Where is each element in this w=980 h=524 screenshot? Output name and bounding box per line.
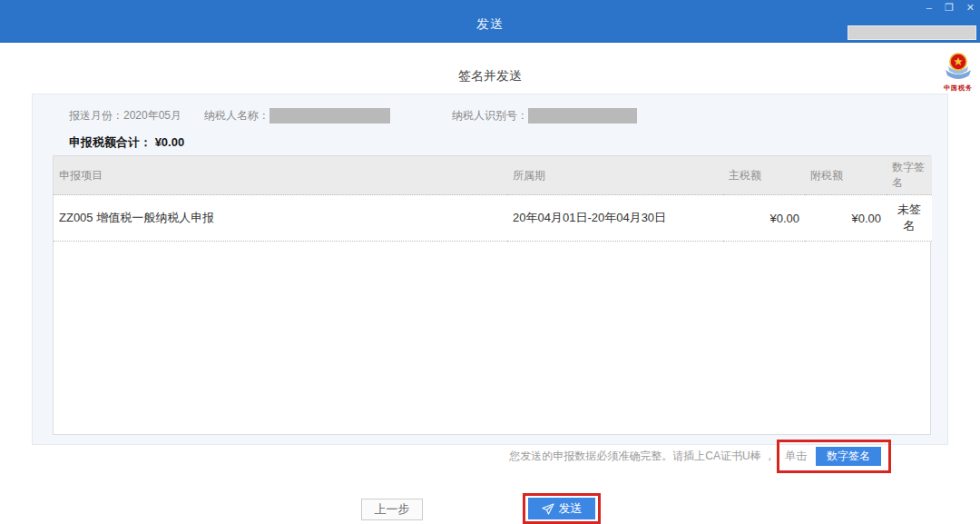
col-header-main-tax: 主税额	[723, 156, 805, 195]
report-month-label: 报送月份：2020年05月	[69, 108, 181, 124]
col-header-period: 所属期	[507, 156, 723, 195]
titlebar: – ❐ ✕ 发送	[0, 0, 980, 43]
subheader: 签名并发送 中国税务	[0, 43, 980, 94]
table-row[interactable]: ZZ005 增值税一般纳税人申报 20年04月01日-20年04月30日 ¥0.…	[54, 195, 932, 242]
summary-info-row: 报送月份：2020年05月 纳税人名称： 纳税人识别号：	[69, 107, 637, 124]
taxpayer-name-label: 纳税人名称：	[204, 108, 270, 124]
restore-icon[interactable]: ❐	[945, 1, 954, 14]
send-highlight-box: 发送	[523, 493, 601, 524]
tax-logo-text: 中国税务	[938, 84, 978, 91]
send-window: – ❐ ✕ 发送 签名并发送 中国税务 报送月份：2020年05月 纳税人名称：…	[0, 0, 980, 524]
col-header-signature: 数字签名	[887, 156, 932, 195]
window-title: 发送	[0, 16, 980, 33]
sign-hint-click-text: 单击	[785, 449, 807, 464]
tax-bureau-logo: 中国税务	[938, 52, 978, 97]
window-controls: – ❐ ✕	[926, 1, 975, 14]
tax-emblem-icon	[942, 52, 975, 84]
taxpayer-id-label: 纳税人识别号：	[452, 108, 528, 124]
cell-main-tax: ¥0.00	[723, 195, 805, 242]
declaration-card: 报送月份：2020年05月 纳税人名称： 纳税人识别号： 申报税额合计： ¥0.…	[32, 94, 948, 445]
close-icon[interactable]: ✕	[966, 1, 975, 14]
cell-surtax: ¥0.00	[805, 195, 887, 242]
taxpayer-id-value-redacted	[528, 108, 637, 124]
send-button-label: 发送	[559, 500, 583, 517]
sign-hint-row: 您发送的申报数据必须准确完整。请插上CA证书U棒 ， 单击 数字签名	[0, 440, 891, 473]
table-header-row: 申报项目 所属期 主税额 附税额 数字签名	[54, 156, 932, 195]
minimize-icon[interactable]: –	[926, 1, 932, 14]
page-title: 签名并发送	[0, 68, 980, 84]
paper-plane-icon	[542, 503, 554, 515]
declaration-table-container: 申报项目 所属期 主税额 附税额 数字签名 ZZ005 增值税一般纳税人申报 2…	[53, 155, 931, 435]
cell-period: 20年04月01日-20年04月30日	[507, 195, 723, 242]
col-header-item: 申报项目	[54, 156, 507, 195]
send-button[interactable]: 发送	[528, 498, 595, 519]
declaration-table: 申报项目 所属期 主税额 附税额 数字签名 ZZ005 增值税一般纳税人申报 2…	[54, 156, 932, 242]
progress-bar	[848, 25, 976, 40]
total-tax-label: 申报税额合计：	[69, 135, 152, 149]
cell-item: ZZ005 增值税一般纳税人申报	[54, 195, 507, 242]
digital-sign-button[interactable]: 数字签名	[816, 447, 881, 466]
sign-hint-text: 您发送的申报数据必须准确完整。请插上CA证书U棒 ，	[509, 449, 775, 464]
col-header-surtax: 附税额	[805, 156, 887, 195]
back-button[interactable]: 上一步	[361, 499, 423, 520]
sign-highlight-box: 单击 数字签名	[777, 440, 891, 473]
total-tax-row: 申报税额合计： ¥0.00	[69, 134, 184, 151]
taxpayer-name-value-redacted	[270, 108, 390, 124]
cell-signature-status: 未签名	[887, 195, 932, 242]
total-tax-value: ¥0.00	[155, 135, 185, 149]
